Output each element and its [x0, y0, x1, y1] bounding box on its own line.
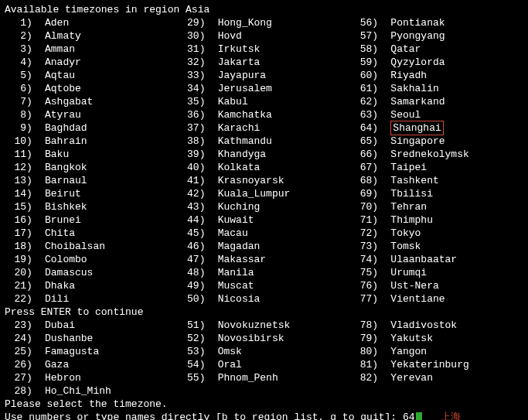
- timezone-option[interactable]: 44)Kuwait: [178, 213, 351, 227]
- option-number: 14: [5, 187, 26, 200]
- timezone-option[interactable]: 19)Colombo: [5, 253, 178, 266]
- timezone-name: Aqtobe: [45, 82, 81, 95]
- timezone-option[interactable]: 6)Aqtobe: [5, 82, 178, 95]
- timezone-name: Chita: [45, 227, 75, 240]
- option-number: 6: [5, 82, 26, 95]
- timezone-option[interactable]: 21)Dhaka: [5, 279, 178, 292]
- timezone-option[interactable]: 36)Kamchatka: [178, 108, 351, 121]
- timezone-option[interactable]: 32)Jakarta: [178, 56, 351, 69]
- option-number: 81: [350, 358, 372, 371]
- timezone-option[interactable]: 29)Hong_Kong: [178, 16, 351, 29]
- timezone-option[interactable]: 52)Novosibirsk: [178, 332, 351, 345]
- timezone-name: Brunei: [45, 213, 81, 227]
- timezone-option[interactable]: 15)Bishkek: [5, 200, 178, 213]
- option-number: 40: [178, 161, 199, 174]
- input-prompt-line[interactable]: Use numbers or type names directly [b to…: [5, 411, 523, 420]
- timezone-option[interactable]: 71)Thimphu: [350, 213, 523, 227]
- timezone-option[interactable]: 45)Macau: [178, 227, 351, 240]
- option-number: 42: [178, 187, 199, 200]
- timezone-option[interactable]: 12)Bangkok: [5, 161, 178, 174]
- timezone-option[interactable]: 8)Atyrau: [5, 108, 178, 121]
- timezone-option[interactable]: 16)Brunei: [5, 213, 178, 227]
- option-number: 4: [5, 56, 26, 69]
- timezone-option[interactable]: 47)Makassar: [178, 253, 351, 266]
- timezone-option[interactable]: 23)Dubai: [5, 319, 178, 332]
- timezone-name: Bishkek: [45, 200, 87, 213]
- timezone-name: Yangon: [390, 345, 427, 358]
- timezone-option[interactable]: 1)Aden: [5, 16, 178, 29]
- timezone-option[interactable]: 46)Magadan: [178, 240, 351, 253]
- timezone-option[interactable]: 56)Pontianak: [350, 16, 523, 29]
- timezone-option[interactable]: 82)Yerevan: [350, 371, 523, 384]
- timezone-option[interactable]: 2)Almaty: [5, 29, 178, 43]
- timezone-option[interactable]: 14)Beirut: [5, 187, 178, 200]
- timezone-option[interactable]: 9)Baghdad: [5, 121, 178, 135]
- timezone-option[interactable]: 78)Vladivostok: [350, 319, 523, 332]
- timezone-option[interactable]: 79)Yakutsk: [350, 332, 523, 345]
- timezone-option[interactable]: 22)Dili: [5, 292, 178, 306]
- timezone-option[interactable]: 68)Tashkent: [350, 174, 523, 187]
- timezone-option[interactable]: 4)Anadyr: [5, 56, 178, 69]
- timezone-option[interactable]: 59)Qyzylorda: [350, 56, 523, 69]
- timezone-name: Amman: [45, 43, 75, 56]
- timezone-option[interactable]: 10)Bahrain: [5, 135, 178, 148]
- timezone-option[interactable]: 70)Tehran: [350, 200, 523, 213]
- timezone-option[interactable]: 13)Barnaul: [5, 174, 178, 187]
- timezone-option[interactable]: 26)Gaza: [5, 358, 178, 371]
- timezone-option[interactable]: 54)Oral: [178, 358, 351, 371]
- timezone-option[interactable]: 42)Kuala_Lumpur: [178, 187, 351, 200]
- timezone-option[interactable]: 11)Baku: [5, 148, 178, 161]
- continue-prompt[interactable]: Press ENTER to continue: [5, 306, 523, 319]
- timezone-option[interactable]: 72)Tokyo: [350, 227, 523, 240]
- timezone-option[interactable]: 38)Kathmandu: [178, 135, 351, 148]
- timezone-option[interactable]: 48)Manila: [178, 266, 351, 279]
- timezone-option[interactable]: 37)Karachi: [178, 121, 351, 135]
- timezone-option[interactable]: 64)Shanghai: [350, 121, 523, 135]
- timezone-option[interactable]: 50)Nicosia: [178, 292, 351, 306]
- timezone-option[interactable]: 18)Choibalsan: [5, 240, 178, 253]
- timezone-option[interactable]: 66)Srednekolymsk: [350, 148, 523, 161]
- timezone-option[interactable]: 62)Samarkand: [350, 95, 523, 108]
- timezone-option[interactable]: 49)Muscat: [178, 279, 351, 292]
- timezone-option[interactable]: 55)Phnom_Penh: [178, 371, 351, 384]
- timezone-option[interactable]: 3)Amman: [5, 43, 178, 56]
- timezone-option[interactable]: 75)Urumqi: [350, 266, 523, 279]
- timezone-option[interactable]: 65)Singapore: [350, 135, 523, 148]
- timezone-option[interactable]: 31)Irkutsk: [178, 43, 351, 56]
- timezone-option[interactable]: 34)Jerusalem: [178, 82, 351, 95]
- timezone-option[interactable]: 73)Tomsk: [350, 240, 523, 253]
- timezone-option[interactable]: 58)Qatar: [350, 43, 523, 56]
- timezone-name: Kolkata: [218, 161, 261, 174]
- timezone-option[interactable]: 76)Ust-Nera: [350, 279, 523, 292]
- timezone-option[interactable]: 41)Krasnoyarsk: [178, 174, 351, 187]
- timezone-option[interactable]: 5)Aqtau: [5, 69, 178, 82]
- timezone-option[interactable]: 69)Tbilisi: [350, 187, 523, 200]
- user-input[interactable]: 64: [403, 411, 415, 420]
- timezone-option[interactable]: 61)Sakhalin: [350, 82, 523, 95]
- timezone-option[interactable]: 7)Ashgabat: [5, 95, 178, 108]
- timezone-option[interactable]: 77)Vientiane: [350, 292, 523, 306]
- timezone-name: Ulaanbaatar: [390, 253, 457, 266]
- timezone-option[interactable]: 40)Kolkata: [178, 161, 351, 174]
- timezone-option[interactable]: 28)Ho_Chi_Minh: [5, 384, 178, 398]
- timezone-option[interactable]: 27)Hebron: [5, 371, 178, 384]
- timezone-option[interactable]: 60)Riyadh: [350, 69, 523, 82]
- timezone-option[interactable]: 67)Taipei: [350, 161, 523, 174]
- timezone-option[interactable]: 17)Chita: [5, 227, 178, 240]
- timezone-option[interactable]: 33)Jayapura: [178, 69, 351, 82]
- timezone-option[interactable]: 20)Damascus: [5, 266, 178, 279]
- timezone-option[interactable]: 81)Yekaterinburg: [350, 358, 523, 371]
- timezone-option[interactable]: 51)Novokuznetsk: [178, 319, 351, 332]
- timezone-option[interactable]: 57)Pyongyang: [350, 29, 523, 43]
- timezone-option[interactable]: 63)Seoul: [350, 108, 523, 121]
- timezone-option[interactable]: 35)Kabul: [178, 95, 351, 108]
- timezone-option[interactable]: 43)Kuching: [178, 200, 351, 213]
- timezone-option[interactable]: 39)Khandyga: [178, 148, 351, 161]
- timezone-option[interactable]: 74)Ulaanbaatar: [350, 253, 523, 266]
- timezone-option[interactable]: 24)Dushanbe: [5, 332, 178, 345]
- timezone-option[interactable]: 25)Famagusta: [5, 345, 178, 358]
- timezone-option[interactable]: 80)Yangon: [350, 345, 523, 358]
- timezone-option[interactable]: 30)Hovd: [178, 29, 351, 43]
- option-number: 72: [350, 227, 372, 240]
- timezone-option[interactable]: 53)Omsk: [178, 345, 351, 358]
